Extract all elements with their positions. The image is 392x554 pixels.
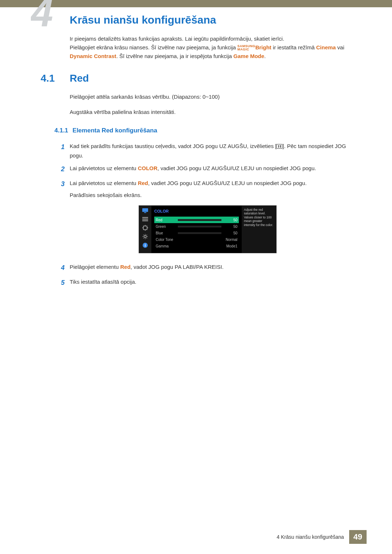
intro-paragraph: Ir pieejams detalizēts katras funkcijas … (70, 34, 354, 61)
resize-icon (142, 225, 148, 230)
step-1: 1 Kad tiek parādīts funkcijas taustiņu c… (54, 141, 356, 160)
gear-icon (142, 234, 148, 239)
intro-text: Pielāgojiet ekrāna krāsu nianses. Šī izv… (70, 44, 237, 50)
step-number: 1 (54, 141, 70, 160)
osd-row-label: Gamma (156, 243, 176, 249)
svg-rect-1 (144, 212, 146, 213)
step-4: 4 Pielāgojiet elementu Red, vadot JOG po… (54, 262, 356, 274)
chapter-number-watermark: 4 (31, 0, 74, 27)
osd-row-color-tone: Color ToneNormal (154, 236, 239, 243)
osd-main-panel: COLOR Red50Green50Blue50Color ToneNormal… (151, 206, 242, 253)
osd-slider-track (178, 219, 221, 221)
osd-row-gamma: GammaMode1 (154, 243, 239, 249)
intro-line1: Ir pieejams detalizēts katras funkcijas … (70, 34, 354, 43)
footer-chapter-label: 4 Krāsu nianšu konfigurēšana (277, 534, 344, 540)
svg-rect-3 (142, 218, 148, 219)
osd-sidebar: i (139, 206, 151, 253)
step-text: Lai pārvietotos uz elementu COLOR, vadie… (70, 164, 356, 175)
step-3-note: Parādīsies sekojošais ekrāns. (70, 190, 356, 200)
info-icon: i (142, 243, 148, 248)
osd-row-value: Mode1 (224, 243, 237, 249)
steps-list: 1 Kad tiek parādīts funkcijas taustiņu c… (54, 141, 356, 288)
intro-text: . Šī izvēlne nav pieejama, ja ir iespējo… (116, 53, 233, 59)
step-text: Pielāgojiet elementu Red, vadot JOG pogu… (70, 262, 356, 274)
osd-row-label: Red (156, 217, 176, 223)
osd-screenshot: i COLOR Red50Green50Blue50Color ToneNorm… (139, 205, 356, 254)
red-label: Red (120, 264, 130, 270)
step-2: 2 Lai pārvietotos uz elementu COLOR, vad… (54, 164, 356, 175)
chapter-title: Krāsu nianšu konfigurēšana (70, 14, 216, 26)
red-label: Red (138, 180, 148, 186)
intro-text: . (264, 53, 266, 59)
osd-row-label: Green (156, 223, 176, 230)
osd-slider-track (178, 232, 221, 234)
step-number: 4 (54, 262, 70, 274)
osd-row-label: Blue (156, 230, 176, 236)
svg-rect-0 (142, 208, 148, 212)
section-p1: Pielāgojiet attēla sarkanās krāsas vērtī… (70, 93, 354, 101)
menu-icon (277, 144, 282, 149)
svg-rect-2 (142, 217, 148, 218)
samsung-magic-label: SAMSUNGMAGIC (237, 45, 256, 51)
section-number: 4.1 (41, 73, 55, 84)
subsection-title: Elementa Red konfigurēšana (73, 127, 157, 134)
osd-row-red: Red50 (154, 217, 239, 223)
step-5: 5 Tiks iestatīta atlasītā opcija. (54, 277, 356, 288)
osd-row-label: Color Tone (156, 237, 176, 243)
osd-row-green: Green50 (154, 223, 239, 230)
intro-text: vai (336, 44, 344, 50)
bright-label: Bright (255, 44, 271, 50)
step-number: 2 (54, 164, 70, 175)
game-mode-label: Game Mode (233, 53, 264, 59)
cinema-label: Cinema (316, 44, 336, 50)
step-text: Lai pārvietotos uz elementu Red, vadiet … (70, 178, 356, 259)
section-body: Pielāgojiet attēla sarkanās krāsas vērtī… (70, 93, 354, 123)
page-number: 49 (349, 530, 367, 544)
step-3: 3 Lai pārvietotos uz elementu Red, vadie… (54, 178, 356, 259)
subsection-heading: 4.1.1Elementa Red konfigurēšana (54, 127, 356, 134)
monitor-icon (142, 208, 148, 213)
osd-row-value: 50 (224, 230, 237, 236)
svg-point-6 (144, 235, 146, 238)
intro-text: ir iestatīta režīmā (271, 44, 316, 50)
osd-row-value: Normal (224, 237, 237, 243)
svg-rect-4 (142, 220, 148, 221)
subsection-number: 4.1.1 (54, 127, 68, 134)
intro-line2: Pielāgojiet ekrāna krāsu nianses. Šī izv… (70, 43, 354, 61)
osd-slider-track (178, 226, 221, 227)
osd-help-text: Adjust the red saturation level. Values … (242, 206, 276, 253)
section-p2: Augstāka vērtība palielina krāsas intens… (70, 108, 354, 116)
step-text: Tiks iestatīta atlasītā opcija. (70, 277, 356, 288)
svg-rect-5 (143, 226, 147, 230)
step-number: 3 (54, 178, 70, 259)
subsection: 4.1.1Elementa Red konfigurēšana 1 Kad ti… (54, 127, 356, 292)
svg-text:i: i (144, 243, 146, 247)
osd-row-blue: Blue50 (154, 230, 239, 236)
osd-row-value: 50 (224, 223, 237, 230)
step-text: Kad tiek parādīts funkcijas taustiņu ceļ… (70, 141, 356, 160)
osd-title: COLOR (154, 208, 239, 215)
footer: 4 Krāsu nianšu konfigurēšana 49 (277, 530, 367, 544)
section-title: Red (70, 73, 89, 84)
step-number: 5 (54, 277, 70, 288)
dynamic-contrast-label: Dynamic Contrast (70, 53, 116, 59)
osd-row-value: 50 (224, 217, 237, 223)
list-icon (142, 217, 148, 222)
color-label: COLOR (138, 165, 158, 171)
